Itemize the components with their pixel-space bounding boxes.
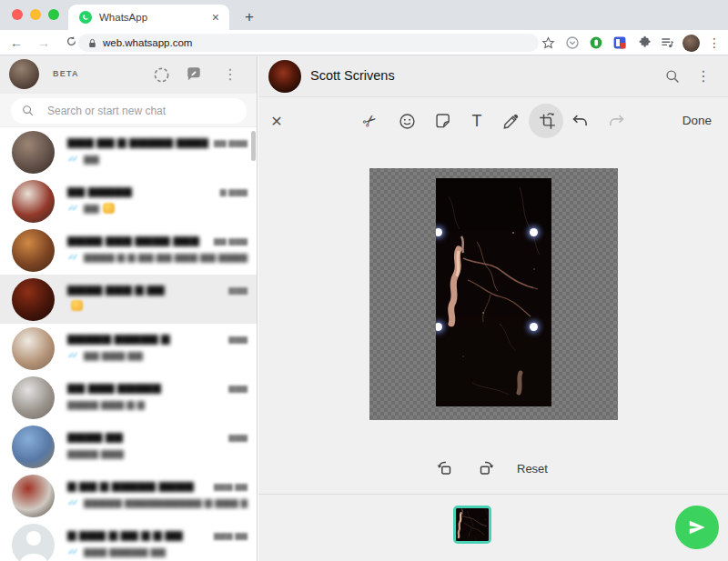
crop-handle-top-left[interactable] (436, 228, 442, 236)
avatar (12, 475, 55, 517)
chat-list-item[interactable]: ▆ ▆▆ ▆ ▆▆▆▆▆ ▆▆▆▆ ▆▆▆ ▆▆ ✓✓ ▆▆▆▆▆ ▆▆▆▆▆▆… (0, 471, 257, 520)
search-bar[interactable] (11, 98, 247, 124)
editing-image[interactable] (436, 178, 551, 406)
divider (258, 494, 728, 495)
new-chat-icon[interactable] (185, 65, 203, 84)
emoji-tool-icon[interactable] (396, 110, 418, 132)
done-button[interactable]: Done (682, 114, 712, 127)
chat-preview: ▆▆▆▆▆ ▆▆▆▆▆▆▆▆▆▆ ▆ ▆▆▆ ▆▆ ▆ (84, 496, 248, 508)
close-window-button[interactable] (12, 9, 23, 20)
chat-list-item[interactable]: ▆▆ ▆▆▆▆▆ ▆ ▆▆▆ ✓✓ ▆▆ (0, 176, 257, 225)
sidebar-menu-icon[interactable]: ⋮ (221, 65, 239, 84)
chat-time: ▆▆▆ (228, 384, 248, 393)
avatar (12, 131, 55, 174)
crop-rotate-tool-icon[interactable] (536, 110, 558, 132)
bookmark-star-icon[interactable] (541, 35, 556, 51)
chat-preview: ▆▆▆▆ ▆ ▆ ▆▆ ▆▆ ▆▆▆ ▆▆ ▆▆▆▆ ▆▆ (84, 251, 248, 263)
chat-list-item[interactable]: ▆▆▆▆ ▆▆▆ ▆ ▆▆ ▆▆▆ (0, 275, 257, 324)
chat-time: ▆ ▆▆▆ (220, 187, 248, 196)
avatar (12, 180, 55, 223)
scrollbar-thumb[interactable] (251, 131, 256, 161)
address-bar[interactable]: web.whatsapp.com (78, 34, 539, 52)
send-button[interactable] (675, 506, 719, 549)
close-editor-button[interactable]: ✕ (266, 110, 288, 132)
send-icon (687, 517, 707, 537)
status-icon[interactable] (152, 65, 170, 84)
chat-name: ▆▆▆▆ ▆▆▆ ▆ ▆▆ (67, 282, 165, 296)
chat-time: ▆▆▆ ▆▆ (214, 531, 248, 540)
rotate-right-icon[interactable] (475, 457, 497, 479)
chat-list-item[interactable]: ▆ ▆▆▆ ▆ ▆▆ ▆ ▆ ▆▆ ▆▆▆ ▆▆ ✓✓ ▆▆▆ ▆▆▆▆▆ ▆▆ (0, 520, 257, 561)
chat-list-item[interactable]: ▆▆▆▆▆ ▆▆▆▆▆ ▆ ▆▆▆ ✓✓ ▆▆ ▆▆▆ ▆▆ (0, 324, 257, 373)
contact-avatar[interactable] (268, 60, 301, 93)
my-profile-avatar[interactable] (9, 59, 39, 89)
read-receipt-icon: ✓✓ (67, 252, 76, 262)
browser-profile-avatar[interactable] (682, 35, 700, 52)
minimize-window-button[interactable] (30, 9, 41, 20)
maximize-window-button[interactable] (48, 9, 59, 20)
crop-handle-bottom-right[interactable] (530, 323, 538, 331)
chat-list: ▆▆▆ ▆▆ ▆ ▆▆▆▆▆ ▆▆▆▆ ▆▆ ▆▆▆ ✓✓ ▆▆ ▆▆ ▆▆▆▆… (0, 127, 257, 561)
chat-name: ▆▆▆ ▆▆ ▆ ▆▆▆▆▆ ▆▆▆▆ (67, 135, 208, 148)
chat-time: ▆▆ ▆▆▆ (214, 138, 248, 147)
new-tab-button[interactable]: + (238, 6, 260, 28)
read-receipt-icon: ✓✓ (67, 350, 76, 360)
browser-toolbar: ← → web.whatsapp.com (0, 30, 728, 55)
browser-tab-whatsapp[interactable]: WhatsApp × (68, 5, 229, 30)
tab-title: WhatsApp (99, 12, 209, 23)
reset-button[interactable]: Reset (517, 462, 548, 476)
avatar (12, 229, 55, 272)
browser-menu-icon[interactable]: ⋮ (708, 35, 721, 50)
chat-sidebar: BETA ⋮ (0, 55, 258, 561)
chat-list-item[interactable]: ▆▆▆▆ ▆▆▆ ▆▆▆▆ ▆▆▆ ▆▆ ▆▆▆ ✓✓ ▆▆▆▆ ▆ ▆ ▆▆ … (0, 225, 257, 275)
emoji-icon (103, 203, 115, 214)
avatar (12, 376, 55, 419)
chat-menu-icon[interactable]: ⋮ (694, 67, 713, 85)
chat-name: ▆ ▆▆ ▆ ▆▆▆▆▆ ▆▆▆▆ (67, 478, 194, 492)
chat-preview: ▆▆▆▆ ▆▆▆ (67, 447, 124, 459)
chat-name: ▆▆ ▆▆▆ ▆▆▆▆▆ (67, 380, 161, 394)
chat-time: ▆▆▆ (228, 286, 248, 295)
chat-name: ▆▆ ▆▆▆▆▆ (67, 184, 132, 197)
tab-close-icon[interactable]: × (209, 10, 222, 25)
crop-region[interactable] (438, 232, 533, 326)
chat-name: ▆ ▆▆▆ ▆ ▆▆ ▆ ▆ ▆▆ (67, 527, 183, 541)
text-tool-icon[interactable]: T (466, 110, 488, 132)
crop-handle-bottom-left[interactable] (436, 323, 442, 331)
pencil-tool-icon[interactable] (500, 110, 521, 132)
back-button[interactable]: ← (5, 35, 27, 50)
chat-list-item[interactable]: ▆▆▆ ▆▆ ▆ ▆▆▆▆▆ ▆▆▆▆ ▆▆ ▆▆▆ ✓✓ ▆▆ (0, 127, 257, 176)
chat-preview: ▆▆ (84, 202, 99, 214)
read-receipt-icon: ✓✓ (67, 497, 76, 507)
undo-icon[interactable] (569, 110, 591, 132)
read-receipt-icon: ✓✓ (67, 203, 76, 213)
crop-handle-top-right[interactable] (530, 228, 538, 236)
url-text: web.whatsapp.com (103, 37, 192, 48)
rotate-left-icon[interactable] (434, 457, 456, 479)
redo-icon[interactable] (605, 110, 627, 132)
media-list-icon[interactable] (659, 35, 674, 51)
forward-button[interactable]: → (33, 35, 55, 50)
scissors-tool-icon[interactable]: ✂ (359, 110, 381, 132)
extensions-puzzle-icon[interactable] (635, 35, 651, 51)
search-icon (22, 105, 35, 117)
chat-time: ▆▆▆ ▆▆ (214, 482, 248, 491)
sticker-tool-icon[interactable] (432, 110, 454, 132)
browser-window: WhatsApp × + ← → web.whatsapp.com (0, 0, 728, 561)
search-input[interactable] (47, 105, 220, 117)
pocket-extension-icon[interactable] (564, 35, 580, 51)
chat-search-icon[interactable] (663, 67, 682, 85)
chat-list-item[interactable]: ▆▆ ▆▆▆ ▆▆▆▆▆ ▆▆▆ ▆▆▆▆ ▆▆▆ ▆ ▆ (0, 373, 257, 422)
lock-icon (87, 37, 97, 49)
chat-preview: ▆▆▆▆ ▆▆▆ ▆ ▆ (67, 398, 145, 410)
blue-red-extension-icon[interactable] (612, 35, 627, 51)
whatsapp-app: BETA ⋮ (0, 55, 728, 561)
avatar (12, 327, 55, 370)
avatar (12, 524, 55, 561)
green-extension-icon[interactable] (588, 35, 603, 51)
chat-time: ▆▆ ▆▆▆ (214, 236, 248, 245)
browser-tabstrip: WhatsApp × + (0, 0, 728, 30)
media-thumbnail-selected[interactable] (453, 506, 491, 544)
search-area (0, 94, 257, 127)
chat-list-item[interactable]: ▆▆▆▆ ▆▆ ▆▆▆ ▆▆▆▆ ▆▆▆ (0, 422, 257, 471)
